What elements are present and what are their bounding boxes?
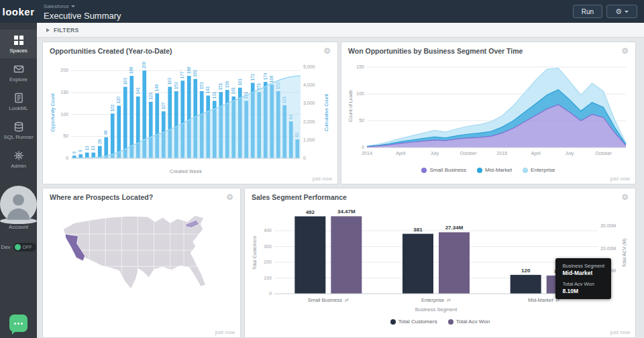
dev-mode-row: DevOFF [1,243,36,251]
toggle-dot-icon [15,244,21,250]
legend-dot [523,168,528,173]
svg-text:381: 381 [413,227,423,233]
tile-prospects-map: Where are Prospects Located? ⚙ just now [42,188,241,338]
svg-text:Small Business⇄: Small Business⇄ [308,297,349,303]
filters-label: FILTERS [54,27,79,34]
svg-text:400: 400 [264,228,272,233]
opportunities-bar-chart[interactable]: 05010015020001,0002,0003,0004,0005,00069… [48,56,332,178]
grid-icon [13,35,24,46]
svg-text:50: 50 [63,133,68,138]
tile-title: Won Opportunities by Business Segment Ov… [348,47,523,55]
svg-text:168: 168 [269,75,274,82]
svg-text:107: 107 [161,102,166,109]
legend-dot [421,168,427,173]
svg-text:100: 100 [264,276,272,280]
page-title: Executive Summary [44,11,573,20]
sidebar-item-admin[interactable]: Admin [0,145,37,174]
svg-text:143: 143 [205,86,210,93]
tile-sales-segment-performance: Sales Segment Performance ⚙ 010020030040… [244,188,636,338]
svg-text:Cumulative Count: Cumulative Count [324,94,329,131]
svg-text:102: 102 [110,104,115,111]
svg-text:Enterprise⇄: Enterprise⇄ [421,297,451,303]
tile-title: Opportunities Created (Year-to-Date) [50,47,172,55]
svg-text:300: 300 [264,244,272,249]
legend-label: Small Business [429,167,466,173]
svg-text:Mid-Market⇄: Mid-Market⇄ [528,297,560,303]
tile-updated: just now [215,329,235,335]
header-actions: Run ⚙ [573,5,644,18]
sidebar-item-sql-runner[interactable]: SQL Runner [0,116,37,145]
sidebar-item-label: SQL Runner [3,134,33,140]
gear-icon[interactable]: ⚙ [323,47,331,55]
legend-item-mid-market[interactable]: Mid-Market [477,167,512,173]
dev-state: OFF [23,245,32,249]
legend-item-small-business[interactable]: Small Business [421,167,466,173]
looker-logo[interactable]: looker [0,6,37,17]
chat-button[interactable] [9,315,28,332]
filters-toggle[interactable]: FILTERS [37,23,644,38]
breadcrumb[interactable]: Salesforce [44,4,573,9]
svg-text:July: July [566,151,574,156]
svg-text:100: 100 [60,112,68,117]
chevron-down-icon [625,11,629,13]
tile-updated: just now [610,329,630,335]
gear-icon[interactable]: ⚙ [226,193,233,201]
svg-text:April: April [531,151,541,156]
svg-text:30.00M: 30.00M [600,223,616,228]
svg-text:9: 9 [78,150,83,152]
won-opportunities-area-chart[interactable]: 0501001502014AprilJulyOctober2015AprilJu… [347,56,630,166]
dashboard-settings-button[interactable]: ⚙ [606,5,637,18]
header-titles: Salesforce Executive Summary [37,3,573,20]
chart-legend: Small Business Mid-Market Enterprise [341,167,635,173]
gear-icon[interactable]: ⚙ [621,193,629,201]
sidebar-item-label: LookML [9,105,28,111]
svg-text:100: 100 [356,91,364,96]
run-button[interactable]: Run [573,5,602,18]
svg-text:27.34M: 27.34M [445,225,464,231]
svg-text:188: 188 [129,66,133,74]
database-icon [13,121,24,132]
svg-text:150: 150 [356,64,364,69]
tooltip-metric: Total Acv Won [562,281,604,287]
legend-label: Enterprise [531,167,555,173]
top-header: looker Salesforce Executive Summary Run … [0,0,644,23]
gear-icon[interactable]: ⚙ [621,47,629,55]
dev-toggle[interactable]: OFF [13,243,36,251]
breadcrumb-label: Salesforce [44,3,69,9]
svg-text:153: 153 [199,82,204,89]
tooltip-segment: Mid-Market [562,270,604,276]
sidebar-item-spaces[interactable]: Spaces [0,30,37,58]
chat-icon [14,323,16,325]
legend-item-total-customers[interactable]: Total Customers [390,319,437,325]
legend-item-total-acv-won[interactable]: Total Acv Won [448,319,490,325]
legend-item-enterprise[interactable]: Enterprise [523,167,555,173]
svg-text:151: 151 [218,82,223,90]
legend-dot [390,319,396,325]
svg-text:181: 181 [193,70,197,77]
svg-text:13: 13 [91,146,95,151]
svg-text:120: 120 [521,268,531,274]
sidebar-item-lookml[interactable]: LookML [0,87,37,116]
svg-text:492: 492 [306,209,315,215]
sidebar-item-label: Admin [11,163,26,169]
svg-text:177: 177 [180,71,184,78]
svg-text:Count of Leads: Count of Leads [348,90,353,122]
svg-text:0: 0 [362,145,364,150]
us-map[interactable] [43,208,240,315]
svg-text:13: 13 [85,146,89,151]
tile-updated: just now [610,176,630,182]
svg-text:34.47M: 34.47M [337,209,356,215]
svg-text:October: October [460,151,478,156]
legend-dot [477,168,482,173]
legend-label: Total Acv Won [456,319,490,325]
avatar-icon [0,218,37,224]
chart-tooltip: Business Segment Mid-Market Total Acv Wo… [555,258,611,299]
svg-text:2015: 2015 [497,151,508,156]
sidebar-item-account[interactable]: Account [0,180,37,235]
dev-label: Dev [1,244,10,250]
sidebar-item-explore[interactable]: Explore [0,58,37,87]
dashboard: Opportunities Created (Year-to-Date) ⚙ 0… [37,38,644,338]
svg-text:Total ACV (M): Total ACV (M) [622,238,627,267]
svg-text:0: 0 [66,156,68,160]
legend-label: Total Customers [398,319,437,325]
